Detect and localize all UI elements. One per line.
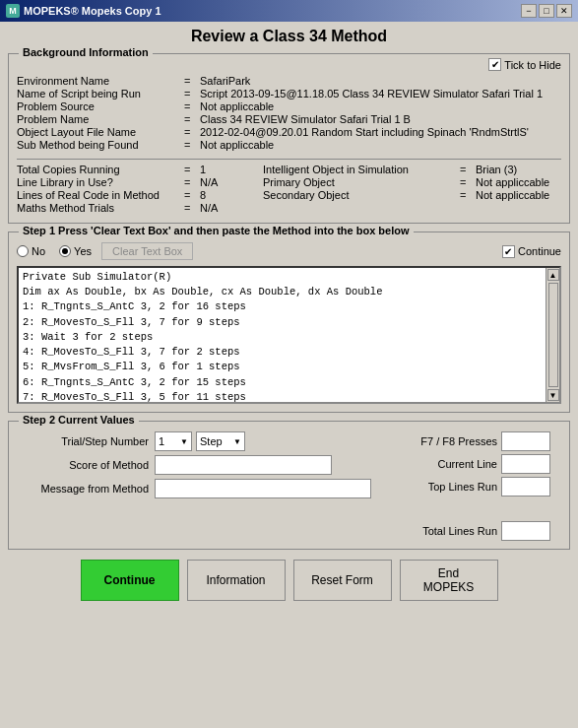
layout-value: 2012-02-04@09.20.01 Random Start includi…	[200, 126, 561, 138]
stat-row-copies: Total Copies Running = 1	[17, 164, 263, 175]
score-input[interactable]	[155, 455, 332, 475]
radio-no-label: No	[32, 245, 45, 257]
information-button[interactable]: Information	[187, 560, 286, 601]
window-title: MOPEKS® Mopeks Copy 1	[24, 5, 161, 17]
current-line-row: Current Line	[394, 454, 561, 474]
total-lines-input[interactable]	[501, 521, 550, 541]
step2-group: Step 2 Current Values Trial/Step Number …	[8, 421, 570, 550]
background-info-label: Background Information	[19, 46, 153, 58]
close-button[interactable]: ✕	[556, 4, 572, 18]
maximize-button[interactable]: □	[539, 4, 554, 18]
radio-yes[interactable]: Yes	[59, 245, 92, 257]
top-lines-row: Top Lines Run	[394, 477, 561, 496]
step1-controls: No Yes Clear Text Box ✔ Continue	[17, 242, 561, 260]
stat-row-lines: Lines of Real Code in Method = 8	[17, 189, 263, 201]
end-button[interactable]: End MOPEKS	[400, 560, 498, 601]
stat-row-maths: Maths Method Trials = N/A	[17, 202, 263, 214]
script-label: Name of Script being Run	[17, 88, 184, 99]
title-bar: M MOPEKS® Mopeks Copy 1 − □ ✕	[0, 0, 578, 22]
current-line-label: Current Line	[394, 458, 497, 470]
problem-source-label: Problem Source	[17, 100, 184, 112]
score-row: Score of Method	[17, 455, 384, 475]
minimize-button[interactable]: −	[521, 4, 537, 18]
info-table: Environment Name = SafariPark Name of Sc…	[17, 75, 561, 151]
maths-label: Maths Method Trials	[17, 202, 184, 214]
current-line-input[interactable]	[501, 454, 550, 474]
title-bar-left: M MOPEKS® Mopeks Copy 1	[6, 4, 161, 18]
f7f8-label: F7 / F8 Presses	[394, 435, 497, 447]
lines-value: 8	[200, 189, 263, 201]
stat-row-primary: Primary Object = Not appliccable	[263, 176, 561, 188]
layout-label: Object Layout File Name	[17, 126, 184, 138]
continue-checkbox[interactable]: ✔	[502, 245, 515, 258]
env-value: SafariPark	[200, 75, 561, 87]
top-lines-input[interactable]	[501, 477, 550, 496]
radio-yes-label: Yes	[74, 245, 92, 257]
step-dropdown[interactable]: Step ▼	[196, 431, 245, 451]
copies-value: 1	[200, 164, 263, 175]
tick-hide-checkbox[interactable]: ✔	[488, 58, 501, 71]
submethod-value: Not appliccable	[200, 139, 561, 151]
scroll-up-button[interactable]: ▲	[547, 269, 559, 281]
clear-text-button[interactable]: Clear Text Box	[101, 242, 193, 260]
trial-label: Trial/Step Number	[17, 435, 155, 447]
tick-hide-checkbox-label[interactable]: ✔ Tick to Hide	[488, 58, 561, 71]
f7f8-row: F7 / F8 Presses	[394, 431, 561, 451]
library-value: N/A	[200, 176, 263, 188]
tick-hide-text: Tick to Hide	[504, 59, 561, 71]
total-lines-label: Total Lines Run	[394, 525, 497, 537]
info-row-script: Name of Script being Run = Script 2013-0…	[17, 88, 561, 99]
step2-label: Step 2 Current Values	[19, 414, 139, 426]
continue-button[interactable]: Continue	[81, 560, 179, 601]
continue-check[interactable]: ✔ Continue	[502, 245, 561, 258]
info-row-problem-name: Problem Name = Class 34 REVIEW Simulator…	[17, 113, 561, 125]
scroll-thumb[interactable]	[548, 283, 558, 387]
reset-button[interactable]: Reset Form	[293, 560, 392, 601]
intelligent-value: Brian (3)	[476, 164, 561, 175]
step-label: Step	[200, 435, 223, 447]
trial-arrow-icon: ▼	[180, 437, 188, 446]
problem-name-label: Problem Name	[17, 113, 184, 125]
problem-name-value: Class 34 REVIEW Simulator Safari Trial 1…	[200, 113, 561, 125]
background-info-group: Background Information ✔ Tick to Hide En…	[8, 53, 570, 224]
radio-no-btn[interactable]	[17, 245, 29, 257]
info-row-layout: Object Layout File Name = 2012-02-04@09.…	[17, 126, 561, 138]
library-label: Line Library in Use?	[17, 176, 184, 188]
env-label: Environment Name	[17, 75, 184, 87]
score-label: Score of Method	[17, 459, 155, 471]
primary-label: Primary Object	[263, 176, 460, 188]
code-text-area[interactable]: Private Sub Simulator(R) Dim ax As Doubl…	[17, 266, 561, 404]
lines-label: Lines of Real Code in Method	[17, 189, 184, 201]
f7f8-input[interactable]	[501, 431, 550, 451]
scrollbar[interactable]: ▲ ▼	[546, 268, 559, 402]
maths-value: N/A	[200, 202, 263, 214]
step1-label: Step 1 Press 'Clear Text Box' and then p…	[19, 225, 414, 236]
secondary-label: Secondary Object	[263, 189, 460, 201]
page-title: Review a Class 34 Method	[8, 28, 570, 45]
info-row-problem-source: Problem Source = Not appliccable	[17, 100, 561, 112]
trial-step-row: Trial/Step Number 1 ▼ Step ▼	[17, 431, 384, 451]
title-bar-buttons: − □ ✕	[521, 4, 572, 18]
total-lines-row: Total Lines Run	[394, 521, 561, 541]
stat-row-secondary: Secondary Object = Not appliccable	[263, 189, 561, 201]
info-row-submethod: Sub Method being Found = Not appliccable	[17, 139, 561, 151]
code-content: Private Sub Simulator(R) Dim ax As Doubl…	[19, 268, 546, 402]
top-lines-label: Top Lines Run	[394, 481, 497, 493]
continue-check-label: Continue	[518, 245, 561, 257]
message-input[interactable]	[155, 479, 371, 498]
tick-hide-row: ✔ Tick to Hide	[17, 58, 561, 71]
app-icon: M	[6, 4, 20, 18]
radio-no[interactable]: No	[17, 245, 45, 257]
submethod-label: Sub Method being Found	[17, 139, 184, 151]
scroll-down-button[interactable]: ▼	[547, 389, 559, 401]
info-row-env: Environment Name = SafariPark	[17, 75, 561, 87]
message-row: Message from Method	[17, 479, 384, 498]
secondary-value: Not appliccable	[476, 189, 561, 201]
copies-label: Total Copies Running	[17, 164, 184, 175]
stat-row-intelligent: Intelligent Object in Simulation = Brian…	[263, 164, 561, 175]
radio-yes-btn[interactable]	[59, 245, 71, 257]
trial-value: 1	[159, 435, 164, 447]
bottom-buttons: Continue Information Reset Form End MOPE…	[8, 560, 570, 601]
trial-dropdown[interactable]: 1 ▼	[155, 431, 192, 451]
problem-source-value: Not appliccable	[200, 100, 561, 112]
